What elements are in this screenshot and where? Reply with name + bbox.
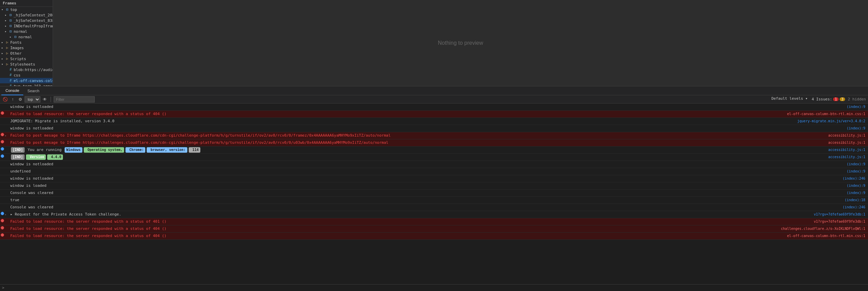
log-line[interactable]: window is notloaded(index):9 bbox=[0, 103, 868, 111]
log-line[interactable]: true(index):18 bbox=[0, 197, 868, 204]
filter-input[interactable] bbox=[54, 96, 95, 102]
error-count-badge: 1 bbox=[833, 97, 839, 101]
log-line[interactable]: ▸▸ Request for the Private Access Token … bbox=[0, 211, 868, 218]
log-line[interactable]: Console was cleared(index):9 bbox=[0, 190, 868, 197]
log-indicator bbox=[0, 154, 5, 158]
log-line[interactable]: ▸Failed to post mesage to Iframe https:/… bbox=[0, 132, 868, 139]
top-of-page-button[interactable]: ↑ bbox=[10, 96, 16, 102]
left-panel: Frames ⊡top⊡_hjSafeContext_20863692 (abo… bbox=[0, 0, 53, 86]
tree-item-css[interactable]: #css bbox=[0, 72, 53, 78]
log-source-link[interactable]: accessibility.js:1 bbox=[827, 140, 868, 146]
log-source-link[interactable]: v1?rgv=7dfefae69f9fe3db:1 bbox=[812, 219, 868, 225]
tree-item-inddefault[interactable]: ⊡INDefaultPropIframe (about:bla bbox=[0, 23, 53, 29]
clear-console-button[interactable]: 🚫 bbox=[2, 96, 8, 102]
tree-item-top[interactable]: ⊡top bbox=[0, 7, 53, 12]
log-source-link[interactable]: (index):18 bbox=[843, 197, 868, 203]
tree-label-hjsafe1: _hjSafeContext_20863692 (about: bbox=[14, 13, 53, 17]
tag-ind: [IND] bbox=[11, 147, 25, 153]
default-levels-select[interactable]: Default levels ▾ bbox=[770, 96, 809, 102]
context-selector[interactable]: top bbox=[25, 96, 40, 102]
log-source-link[interactable]: (index):246 bbox=[841, 204, 868, 210]
tree-item-stylesheets[interactable]: ▷Stylesheets bbox=[0, 61, 53, 67]
log-message: window is notloaded bbox=[9, 125, 845, 131]
log-source-link[interactable]: (index):9 bbox=[845, 104, 868, 110]
log-source-link[interactable]: (index):9 bbox=[845, 183, 868, 189]
log-source-link[interactable]: accessibility.js:1 bbox=[827, 133, 868, 139]
tree-item-normal1[interactable]: ⊡normal bbox=[0, 29, 53, 34]
tree-label-images: Images bbox=[10, 46, 24, 50]
tree-item-normal2[interactable]: ⊡normal bbox=[0, 34, 53, 40]
tree-item-hjsafe1[interactable]: ⊡_hjSafeContext_20863692 (about: bbox=[0, 12, 53, 18]
log-message: window is notloaded bbox=[9, 161, 845, 167]
log-expand-arrow[interactable]: ▸ bbox=[5, 133, 9, 139]
tag-ind: [IND] bbox=[11, 154, 25, 160]
log-line[interactable]: Failed to post mesage to Iframe https://… bbox=[0, 139, 868, 147]
tree-item-hjsafe2[interactable]: ⊡_hjSafeContext_83816718 (about: bbox=[0, 18, 53, 23]
log-line[interactable]: Failed to load resource: the server resp… bbox=[0, 233, 868, 240]
log-source-link[interactable]: (index):9 bbox=[845, 125, 868, 131]
tree-item-other[interactable]: ▷Other bbox=[0, 51, 53, 56]
tree-item-fonts[interactable]: ▷Fonts bbox=[0, 40, 53, 45]
separator bbox=[51, 97, 51, 102]
toolbar-right: Default levels ▾ 4 Issues: 1 3 2 hidden bbox=[770, 96, 866, 102]
log-line[interactable]: [IND] Version 4.4.0accessibility.js:1 bbox=[0, 154, 868, 161]
console-output[interactable]: window is notloaded(index):9Failed to lo… bbox=[0, 103, 868, 284]
log-line[interactable]: Failed to load resource: the server resp… bbox=[0, 218, 868, 225]
issues-badge[interactable]: 4 Issues: 1 3 bbox=[812, 97, 845, 101]
tree-item-images[interactable]: ▷Images bbox=[0, 45, 53, 51]
tag-windows: Windows bbox=[65, 147, 82, 153]
log-message: JQMIGRATE: Migrate is installed, version… bbox=[9, 118, 796, 124]
console-input-area: > bbox=[0, 284, 868, 291]
log-source-link[interactable]: v1?rgv=7dfefae69f9fe3db:1 bbox=[812, 211, 868, 218]
info-icon bbox=[1, 212, 4, 215]
error-icon bbox=[1, 226, 4, 230]
file-tree: ⊡top⊡_hjSafeContext_20863692 (about:⊡_hj… bbox=[0, 7, 53, 86]
devtools-bottom: Console Search 🚫 ↑ ⚙ top 👁 Default level… bbox=[0, 86, 868, 291]
log-indicator bbox=[0, 133, 5, 136]
log-indicator bbox=[0, 197, 5, 197]
preview-placeholder-text: Nothing to preview bbox=[438, 40, 483, 46]
log-line[interactable]: Failed to load resource: the server resp… bbox=[0, 225, 868, 233]
log-line[interactable]: window is loaded(index):9 bbox=[0, 182, 868, 190]
tree-item-el-off-canvas[interactable]: #el-off-canvas-column-btn-rtl bbox=[0, 78, 53, 83]
log-line[interactable]: [IND] You are running Windows Operating … bbox=[0, 147, 868, 154]
console-input[interactable] bbox=[6, 286, 866, 290]
log-indicator bbox=[0, 104, 5, 104]
tag-chrome: Chrome: bbox=[125, 147, 145, 153]
log-source-link[interactable]: (index):246 bbox=[841, 176, 868, 182]
log-message: undefined bbox=[9, 168, 845, 175]
tree-item-scripts[interactable]: ▷Scripts bbox=[0, 56, 53, 61]
log-source-link[interactable]: accessibility.js:1 bbox=[827, 147, 868, 153]
log-line[interactable]: JQMIGRATE: Migrate is installed, version… bbox=[0, 118, 868, 125]
eye-icon-button[interactable]: 👁 bbox=[42, 96, 48, 102]
log-line[interactable]: window is notloaded(index):246 bbox=[0, 175, 868, 182]
log-line[interactable]: Console was cleared(index):246 bbox=[0, 204, 868, 211]
tree-item-blob[interactable]: #blob:https://audioline.co.il/a35 bbox=[0, 67, 53, 72]
tab-console[interactable]: Console bbox=[1, 86, 23, 95]
log-expand-arrow[interactable]: ▸ bbox=[5, 211, 9, 218]
tree-item-two_term[interactable]: #two_term_163_aggregated.min bbox=[0, 83, 53, 86]
log-indicator bbox=[0, 111, 5, 115]
error-icon bbox=[1, 140, 4, 143]
log-indicator bbox=[0, 233, 5, 237]
log-source-link[interactable]: el-off-canvas-column-btn-rtl.min.css:1 bbox=[786, 111, 868, 117]
tab-search[interactable]: Search bbox=[23, 86, 43, 95]
log-source-link[interactable]: el-off-canvas-column-btn-rtl.min.css:1 bbox=[786, 233, 868, 239]
tree-label-normal2: normal bbox=[18, 35, 32, 39]
info-icon bbox=[1, 147, 4, 151]
log-line[interactable]: undefined(index):9 bbox=[0, 168, 868, 175]
log-indicator bbox=[0, 226, 5, 230]
log-line[interactable]: Failed to load resource: the server resp… bbox=[0, 111, 868, 118]
log-source-link[interactable]: accessibility.js:1 bbox=[827, 154, 868, 160]
log-source-link[interactable]: jquery-migrate.min.js/ver=3.4.0:2 bbox=[796, 118, 868, 124]
log-message: Failed to load resource: the server resp… bbox=[9, 111, 786, 117]
log-line[interactable]: window is notloaded(index):9 bbox=[0, 161, 868, 168]
log-line[interactable]: window is notloaded(index):9 bbox=[0, 125, 868, 132]
log-source-link[interactable]: (index):9 bbox=[845, 190, 868, 196]
log-message: Failed to load resource: the server resp… bbox=[9, 219, 812, 225]
log-source-link[interactable]: challenges.cloudflare.z/o-XoIKLNDFlvQWl:… bbox=[779, 226, 868, 232]
settings-button[interactable]: ⚙ bbox=[17, 96, 23, 102]
log-indicator bbox=[0, 168, 5, 169]
log-source-link[interactable]: (index):9 bbox=[845, 168, 868, 175]
log-source-link[interactable]: (index):9 bbox=[845, 161, 868, 167]
